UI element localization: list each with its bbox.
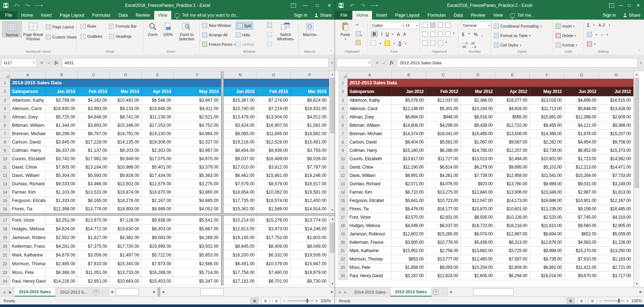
sheet-tab-2014-2015-sales[interactable]: 2014-2015 Sales bbox=[350, 287, 391, 296]
cell-value[interactable]: $5,648.00 bbox=[564, 105, 599, 113]
cell-name[interactable]: Allenson, Carol bbox=[10, 105, 46, 113]
cell-value[interactable]: $18,276.00 bbox=[110, 197, 142, 205]
cell-value[interactable]: $3,693.00 bbox=[78, 121, 110, 130]
cell-value[interactable]: $6,881.00 bbox=[530, 263, 564, 272]
clear-icon[interactable] bbox=[587, 41, 592, 47]
cell-value[interactable]: $16,489.00 bbox=[257, 155, 291, 163]
cell-value[interactable]: $652.00 bbox=[564, 230, 599, 238]
cell-name[interactable]: Jameson, Robinsor bbox=[348, 230, 392, 238]
cell-value[interactable]: $3,860.00 bbox=[174, 188, 221, 197]
cell-value[interactable]: $6,037.00 bbox=[426, 222, 461, 230]
cell-value[interactable]: $8,710.00 bbox=[392, 188, 426, 197]
cell-value[interactable]: $5,076.00 bbox=[392, 96, 426, 105]
cell-value[interactable]: $13,906.00 bbox=[495, 188, 530, 197]
scroll-right-icon[interactable]: ▶ bbox=[152, 287, 157, 296]
cell-value[interactable]: $15,947.00 bbox=[291, 259, 329, 268]
cell-value[interactable]: $9,203.00 bbox=[110, 146, 142, 155]
cell-value[interactable]: $19,216.00 bbox=[224, 138, 257, 146]
cell-value[interactable]: $17,191.00 bbox=[224, 277, 257, 286]
tab-data[interactable]: Data bbox=[450, 11, 467, 20]
row-header-9[interactable]: 9 bbox=[338, 146, 348, 155]
cell-value[interactable]: $12,802.00 bbox=[392, 230, 426, 238]
vertical-split-bar[interactable] bbox=[221, 277, 224, 286]
tab-home[interactable]: Home bbox=[17, 11, 37, 20]
cell-value[interactable]: $5,347.00 bbox=[174, 277, 221, 286]
cell-value[interactable]: $8,741.00 bbox=[110, 113, 142, 121]
vertical-split-bar[interactable] bbox=[221, 242, 224, 251]
vertical-split-bar[interactable] bbox=[221, 71, 224, 79]
cell-value[interactable]: $12,398.00 bbox=[46, 205, 78, 213]
cell-value[interactable]: $3,466.00 bbox=[78, 180, 110, 188]
paste-button[interactable]: Paste▾ bbox=[338, 21, 353, 42]
collapse-ribbon-icon[interactable]: ⌃ bbox=[329, 49, 332, 53]
row-header-19[interactable]: 19 bbox=[338, 230, 348, 238]
cell-value[interactable]: $8,074.00 bbox=[461, 230, 495, 238]
cell-value[interactable]: $8,337.00 bbox=[46, 146, 78, 155]
cell-value[interactable]: $18,870.00 bbox=[142, 188, 174, 197]
cell-value[interactable]: $8,476.00 bbox=[392, 205, 426, 213]
vertical-split-bar[interactable] bbox=[221, 259, 224, 268]
vertical-split-bar[interactable] bbox=[221, 197, 224, 205]
cell-value[interactable]: $7,128.00 bbox=[110, 216, 142, 225]
cell-value[interactable]: $5,714.00 bbox=[174, 268, 221, 277]
tab-formulas[interactable]: Formulas bbox=[88, 11, 115, 20]
cell-name[interactable]: Albertson, Kathy bbox=[10, 96, 46, 105]
increase-decimal-icon[interactable]: ←.0.00 bbox=[462, 41, 468, 49]
cell-value[interactable]: $2,520.00 bbox=[530, 213, 564, 222]
row-header-9[interactable]: 9 bbox=[0, 146, 10, 155]
maximize-button[interactable]: □ bbox=[625, 0, 634, 11]
cell-name[interactable]: Ford, Victor bbox=[348, 213, 392, 222]
cancel-icon[interactable]: ✕ bbox=[40, 60, 44, 65]
cell-value[interactable]: $12,528.00 bbox=[257, 138, 291, 146]
cell-name[interactable]: Ferguson, Elizabet bbox=[10, 197, 46, 205]
table-header-may-2014[interactable]: May 2014 bbox=[174, 87, 221, 96]
hide-button[interactable]: Hide bbox=[236, 31, 250, 39]
tab-page-layout[interactable]: Page Layout bbox=[391, 11, 423, 20]
insert-function-icon[interactable]: fx bbox=[390, 60, 393, 65]
cell-value[interactable]: $4,299.00 bbox=[426, 121, 461, 130]
normal-view-icon[interactable]: ▦ bbox=[567, 298, 575, 304]
cell-value[interactable]: $3,967.00 bbox=[174, 146, 221, 155]
cell-value[interactable]: $4,382.00 bbox=[110, 233, 142, 242]
cell-value[interactable]: $16,077.00 bbox=[495, 96, 530, 105]
cell-value[interactable]: $3,993.00 bbox=[78, 105, 110, 113]
freeze-panes-button[interactable]: Freeze Panes▾ bbox=[202, 41, 235, 48]
zoom-in-icon[interactable]: + bbox=[315, 299, 317, 303]
row-header-23[interactable]: 23 bbox=[0, 268, 10, 277]
cell-value[interactable]: $1,497.00 bbox=[110, 251, 142, 259]
zoom-slider[interactable] bbox=[288, 300, 313, 301]
cell-value[interactable]: $18,932.00 bbox=[291, 105, 329, 113]
cell-value[interactable]: $10,079.00 bbox=[257, 259, 291, 268]
cell-value[interactable]: $3,251.00 bbox=[46, 216, 78, 225]
undo-icon[interactable]: ↶ bbox=[349, 3, 355, 8]
column-header-D[interactable]: D bbox=[461, 71, 495, 79]
cell-value[interactable]: $2,494.00 bbox=[495, 155, 530, 163]
cell-value[interactable]: $10,740.00 bbox=[224, 105, 257, 113]
row-header-15[interactable]: 15 bbox=[0, 197, 10, 205]
cell-value[interactable]: $13,779.00 bbox=[78, 205, 110, 213]
cell-value[interactable]: $18,574.00 bbox=[257, 197, 291, 205]
cell-value[interactable]: $13,184.00 bbox=[78, 163, 110, 171]
page-break-view-icon[interactable]: ▥ bbox=[588, 298, 596, 304]
cell-value[interactable]: $15,265.00 bbox=[426, 230, 461, 238]
cell-value[interactable]: $2,366.00 bbox=[461, 96, 495, 105]
cut-button[interactable]: ✂ bbox=[356, 23, 359, 27]
enter-icon[interactable]: ✓ bbox=[383, 60, 386, 65]
tab-scroll-right-icon[interactable]: ▶ bbox=[344, 290, 347, 294]
row-header-1[interactable]: 1 bbox=[0, 79, 10, 87]
row-header-6[interactable]: 6 bbox=[0, 121, 10, 130]
share-button[interactable]: Share bbox=[620, 11, 644, 20]
sort-filter-icon[interactable]: A↓Z bbox=[599, 23, 605, 27]
new-window-button[interactable]: New Window bbox=[202, 22, 231, 29]
cell-value[interactable]: $2,586.00 bbox=[174, 259, 221, 268]
ruler-checkbox[interactable]: ✓Ruler bbox=[81, 23, 96, 30]
maximize-button[interactable]: □ bbox=[311, 0, 323, 11]
cell-value[interactable]: $4,912.00 bbox=[291, 113, 329, 121]
ribbon-display-options-icon[interactable]: ^ bbox=[607, 0, 616, 11]
zoom-level[interactable]: 100% bbox=[321, 299, 331, 303]
cell-value[interactable]: $13,774.00 bbox=[291, 216, 329, 225]
row-header-7[interactable]: 7 bbox=[338, 130, 348, 138]
cell-value[interactable]: $18,654.00 bbox=[224, 188, 257, 197]
redo-icon[interactable]: ↷ bbox=[360, 3, 366, 8]
tab-insert[interactable]: Insert bbox=[37, 11, 56, 20]
